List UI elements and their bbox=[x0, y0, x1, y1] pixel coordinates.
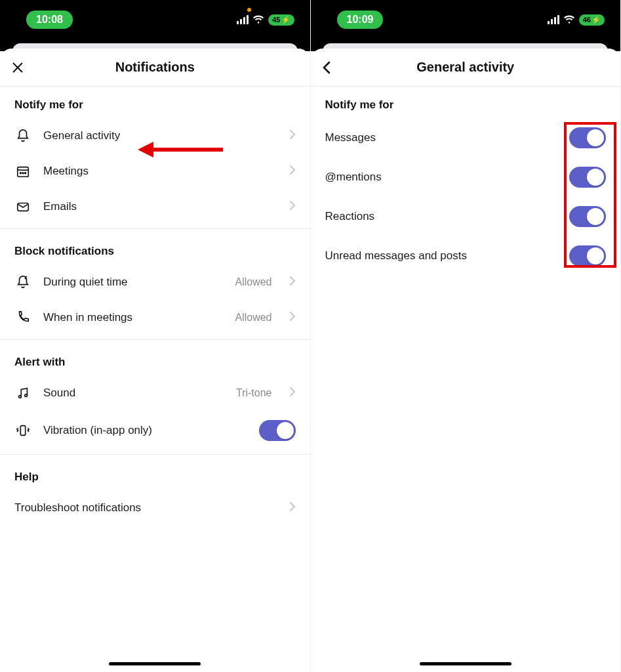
chevron-right-icon bbox=[289, 311, 296, 324]
row-messages: Messages bbox=[311, 118, 621, 158]
cellular-signal-icon bbox=[548, 15, 559, 24]
row-label: Messages bbox=[325, 131, 376, 144]
section-title-notify: Notify me for bbox=[0, 87, 310, 118]
row-in-meetings[interactable]: When in meetings Allowed bbox=[0, 300, 310, 335]
row-label: Meetings bbox=[43, 165, 277, 178]
status-icons: 45⚡ bbox=[237, 14, 294, 26]
row-label: Reactions bbox=[325, 210, 375, 223]
chevron-right-icon bbox=[289, 501, 296, 514]
recording-dot-icon bbox=[247, 8, 251, 12]
chevron-right-icon bbox=[289, 129, 296, 142]
svg-text:z: z bbox=[25, 275, 27, 280]
row-value: Allowed bbox=[235, 276, 271, 288]
status-bar: 10:09 46⚡ bbox=[311, 0, 621, 39]
row-vibration: Vibration (in-app only) bbox=[0, 411, 310, 450]
svg-point-5 bbox=[22, 173, 24, 174]
row-quiet-time[interactable]: z During quiet time Allowed bbox=[0, 264, 310, 300]
row-label: Emails bbox=[43, 200, 277, 213]
chevron-right-icon bbox=[289, 165, 296, 178]
mentions-toggle[interactable] bbox=[569, 167, 606, 188]
row-label: General activity bbox=[43, 129, 277, 142]
section-title-alert: Alert with bbox=[0, 344, 310, 375]
row-label: When in meetings bbox=[43, 311, 223, 324]
screenshot-left: 10:08 45⚡ Notifications Notify me for Ge… bbox=[0, 0, 311, 672]
messages-toggle[interactable] bbox=[569, 127, 606, 148]
quiet-time-icon: z bbox=[14, 275, 31, 289]
svg-point-9 bbox=[19, 396, 22, 398]
divider bbox=[0, 454, 310, 455]
music-icon bbox=[14, 386, 31, 400]
row-value: Tri-tone bbox=[236, 387, 272, 399]
reactions-toggle[interactable] bbox=[569, 206, 606, 227]
section-title-notify: Notify me for bbox=[311, 87, 621, 118]
calendar-icon bbox=[14, 164, 31, 178]
row-label: During quiet time bbox=[43, 276, 223, 289]
home-indicator bbox=[109, 662, 201, 665]
row-label: @mentions bbox=[325, 171, 382, 184]
row-troubleshoot[interactable]: Troubleshoot notifications bbox=[0, 490, 310, 526]
wifi-icon bbox=[252, 15, 264, 24]
status-time-pill: 10:08 bbox=[26, 10, 73, 29]
svg-point-4 bbox=[20, 173, 21, 174]
mail-icon bbox=[14, 200, 31, 214]
status-bar: 10:08 45⚡ bbox=[0, 0, 310, 39]
section-title-help: Help bbox=[0, 459, 310, 490]
row-unread: Unread messages and posts bbox=[311, 236, 621, 276]
close-button[interactable] bbox=[10, 60, 34, 75]
row-meetings[interactable]: Meetings bbox=[0, 154, 310, 189]
status-icons: 46⚡ bbox=[548, 14, 605, 26]
status-time-pill: 10:09 bbox=[337, 10, 384, 29]
row-general-activity[interactable]: General activity bbox=[0, 118, 310, 154]
page-header: Notifications bbox=[0, 49, 310, 87]
bell-icon bbox=[14, 129, 31, 143]
row-label: Troubleshoot notifications bbox=[14, 501, 277, 514]
cellular-signal-icon bbox=[237, 15, 249, 24]
notifications-content: Notify me for General activity Meetings bbox=[0, 87, 310, 672]
divider bbox=[0, 339, 310, 340]
divider bbox=[0, 228, 310, 229]
battery-indicator: 46⚡ bbox=[579, 14, 605, 26]
chevron-right-icon bbox=[289, 200, 296, 213]
section-title-block: Block notifications bbox=[0, 233, 310, 264]
wifi-icon bbox=[563, 15, 575, 24]
phone-icon bbox=[14, 310, 31, 325]
row-sound[interactable]: Sound Tri-tone bbox=[0, 375, 310, 411]
svg-point-10 bbox=[25, 394, 28, 397]
close-icon bbox=[10, 60, 25, 75]
row-label: Unread messages and posts bbox=[325, 249, 467, 262]
vibration-toggle[interactable] bbox=[259, 420, 296, 441]
row-emails[interactable]: Emails bbox=[0, 189, 310, 224]
svg-rect-11 bbox=[20, 426, 25, 436]
row-mentions: @mentions bbox=[311, 158, 621, 197]
svg-rect-2 bbox=[18, 167, 29, 177]
chevron-right-icon bbox=[289, 387, 296, 400]
row-label: Vibration (in-app only) bbox=[43, 424, 247, 437]
screenshot-right: 10:09 46⚡ General activity Notify me for… bbox=[311, 0, 622, 672]
page-header: General activity bbox=[311, 49, 621, 87]
page-title: Notifications bbox=[34, 60, 276, 75]
row-label: Sound bbox=[43, 387, 224, 400]
chevron-left-icon bbox=[321, 60, 332, 75]
back-button[interactable] bbox=[321, 60, 345, 75]
general-activity-content: Notify me for Messages @mentions Reactio… bbox=[311, 87, 621, 672]
battery-indicator: 45⚡ bbox=[268, 14, 294, 26]
unread-toggle[interactable] bbox=[569, 245, 606, 266]
row-reactions: Reactions bbox=[311, 197, 621, 236]
vibration-icon bbox=[14, 423, 31, 438]
page-title: General activity bbox=[345, 60, 587, 75]
row-value: Allowed bbox=[235, 312, 271, 324]
home-indicator bbox=[420, 662, 511, 665]
svg-point-6 bbox=[25, 173, 26, 174]
chevron-right-icon bbox=[289, 276, 296, 289]
